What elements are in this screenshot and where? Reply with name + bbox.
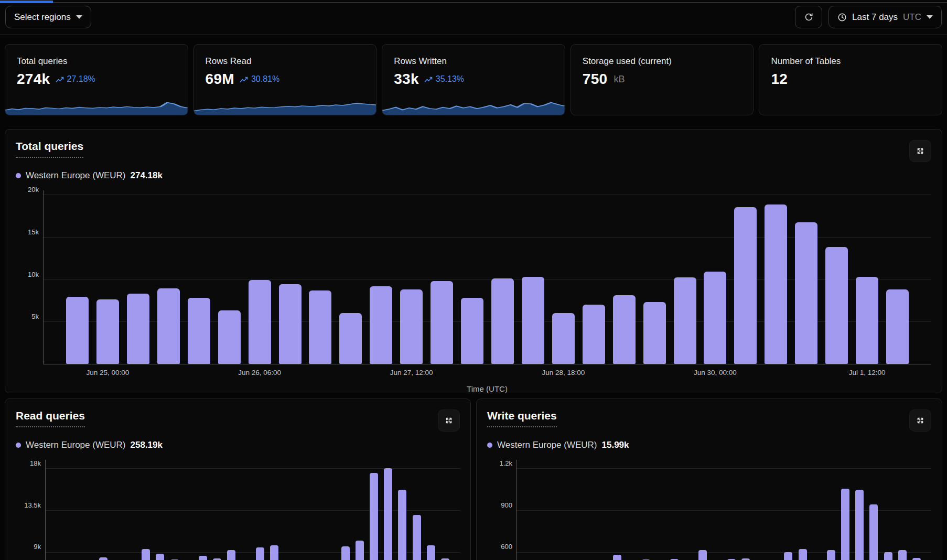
expand-icon: [915, 146, 926, 156]
bar: [218, 310, 241, 364]
region-selector-dropdown[interactable]: Select regions: [5, 6, 91, 28]
trend-value: 35.13%: [436, 74, 464, 84]
x-axis-tick-label: Jul 1, 12:00: [849, 369, 886, 376]
bar: [841, 489, 849, 560]
expand-chart-button[interactable]: [909, 410, 931, 432]
bar-chart-plot-write-queries: 1.2k900600: [516, 460, 931, 560]
trending-up-icon: [240, 76, 249, 83]
bar: [704, 272, 726, 364]
refresh-icon: [804, 12, 814, 22]
sparkline-chart: [5, 96, 188, 115]
bar: [270, 545, 278, 560]
bar: [886, 289, 909, 364]
bar: [784, 552, 792, 560]
bar: [96, 299, 119, 364]
bar: [339, 313, 362, 364]
bar: [461, 298, 483, 364]
bar: [413, 515, 421, 560]
bar: [613, 295, 636, 364]
bar: [552, 313, 575, 364]
bar: [249, 280, 271, 364]
gridline: [44, 195, 931, 195]
stat-value: 12: [771, 71, 788, 88]
bar: [698, 550, 707, 560]
bar: [400, 289, 423, 364]
time-range-dropdown[interactable]: Last 7 days UTC: [828, 6, 942, 28]
bar: [341, 546, 350, 560]
region-selector-label: Select regions: [14, 12, 71, 23]
y-axis-tick-label: 13.5k: [24, 502, 41, 509]
stat-title: Rows Written: [394, 56, 553, 67]
expand-icon: [444, 415, 454, 426]
bar: [825, 247, 848, 364]
bar: [227, 550, 235, 560]
bar: [370, 473, 378, 560]
bar: [157, 288, 180, 364]
stat-card-number-of-tables: Number of Tables 12: [759, 44, 942, 115]
gridline: [46, 468, 460, 469]
bar: [309, 290, 331, 364]
chevron-down-icon: [927, 15, 933, 19]
bar: [884, 552, 892, 560]
read-queries-chart-card: Read queries Western Europe (WEUR) 258.1…: [5, 399, 471, 560]
legend-label: Western Europe (WEUR): [26, 440, 126, 450]
x-axis-tick-label: Jun 26, 06:00: [238, 369, 281, 376]
write-queries-chart-card: Write queries Western Europe (WEUR) 15.9…: [476, 399, 942, 560]
y-axis-tick-label: 900: [501, 502, 512, 509]
stat-title: Rows Read: [206, 56, 365, 67]
bar: [188, 298, 210, 364]
bar: [856, 277, 878, 364]
chart-title-read-queries: Read queries: [16, 410, 85, 427]
expand-chart-button[interactable]: [909, 140, 931, 162]
toolbar-right-group: Last 7 days UTC: [795, 6, 942, 28]
y-axis-tick-label: 9k: [34, 543, 41, 550]
x-axis-tick-label: Jun 28, 18:00: [542, 369, 585, 376]
stat-title: Storage used (current): [583, 56, 742, 67]
bar: [799, 549, 807, 560]
stat-card-rows-written: Rows Written 33k 35.13%: [382, 44, 565, 115]
legend-value: 274.18k: [131, 170, 163, 181]
refresh-button[interactable]: [795, 6, 822, 28]
bar: [491, 278, 514, 364]
trending-up-icon: [424, 76, 433, 83]
y-axis-tick-label: 15k: [28, 229, 39, 235]
clock-icon: [837, 13, 847, 22]
total-queries-chart-card: Total queries Western Europe (WEUR) 274.…: [5, 129, 942, 393]
bar: [256, 547, 264, 560]
bar: [199, 556, 207, 560]
legend-item-weur[interactable]: Western Europe (WEUR) 274.18k: [16, 170, 163, 181]
stat-unit: kB: [614, 74, 625, 85]
loading-progress-bar: [0, 1, 53, 3]
stat-card-row: Total queries 274k 27.18% Rows Read 69M: [5, 44, 942, 115]
stat-value: 274k: [17, 71, 50, 88]
y-axis-tick-label: 10k: [28, 271, 39, 278]
stat-card-rows-read: Rows Read 69M 30.81%: [193, 44, 377, 115]
bar: [66, 297, 89, 364]
stat-title: Total queries: [17, 56, 176, 67]
bar: [431, 281, 453, 364]
bar: [279, 284, 302, 364]
y-axis-tick-label: 18k: [30, 460, 41, 467]
stat-title: Number of Tables: [771, 56, 930, 67]
bar: [734, 207, 757, 364]
bar: [522, 277, 544, 364]
stat-card-total-queries: Total queries 274k 27.18%: [5, 44, 188, 115]
legend-color-dot: [16, 173, 21, 178]
legend-item-weur[interactable]: Western Europe (WEUR) 258.19k: [16, 440, 163, 450]
legend-value: 15.99k: [602, 440, 629, 450]
expand-chart-button[interactable]: [438, 410, 460, 432]
bar: [99, 557, 107, 560]
bar: [427, 545, 435, 560]
y-axis-tick-label: 5k: [31, 313, 39, 320]
stat-value: 750: [583, 71, 608, 88]
time-range-timezone: UTC: [903, 12, 921, 23]
legend-item-weur[interactable]: Western Europe (WEUR) 15.99k: [487, 440, 629, 450]
bar: [898, 550, 907, 560]
x-axis-tick-label: Jun 30, 00:00: [694, 369, 737, 376]
chevron-down-icon: [76, 15, 82, 19]
legend-label: Western Europe (WEUR): [497, 440, 597, 450]
bar: [795, 222, 817, 364]
sparkline-chart: [194, 96, 376, 115]
loading-progress-track: [0, 2, 947, 3]
stat-value: 69M: [206, 71, 234, 88]
